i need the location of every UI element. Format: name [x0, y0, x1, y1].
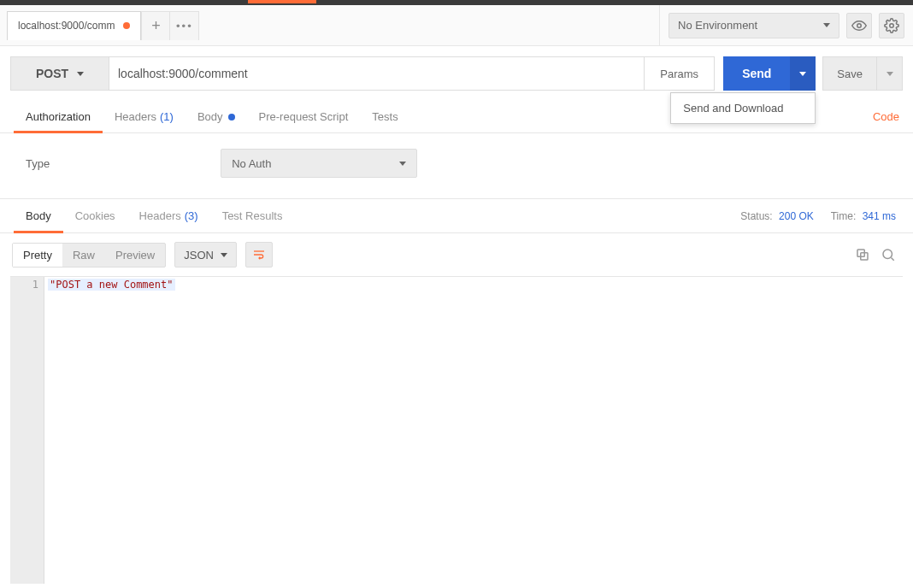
- environment-select[interactable]: No Environment: [669, 13, 839, 38]
- copy-icon: [855, 247, 870, 262]
- chevron-down-icon: [399, 162, 406, 166]
- send-dropdown: Send and Download: [670, 92, 816, 124]
- top-row: localhost:9000/comm + ••• No Environment: [0, 5, 913, 46]
- response-right-icons: [855, 247, 896, 262]
- status-block: Status: 200 OK: [740, 210, 813, 222]
- view-mode-group: Pretty Raw Preview: [12, 243, 166, 268]
- gear-icon: [884, 18, 899, 33]
- code-line: "POST a new Comment": [48, 279, 175, 291]
- settings-button[interactable]: [879, 13, 904, 38]
- auth-type-label: Type: [26, 157, 50, 170]
- tab-test-results[interactable]: Test Results: [210, 199, 295, 232]
- svg-line-6: [891, 257, 893, 260]
- format-select[interactable]: JSON: [174, 242, 237, 268]
- tab-response-body[interactable]: Body: [14, 199, 63, 232]
- save-label: Save: [837, 68, 863, 80]
- response-tabs: Body Cookies Headers (3) Test Results St…: [0, 199, 913, 233]
- send-and-download-label: Send and Download: [683, 102, 783, 115]
- unsaved-indicator-icon: [123, 22, 130, 29]
- body-indicator-icon: [228, 114, 235, 121]
- svg-point-0: [857, 23, 862, 27]
- tab-test-results-label: Test Results: [222, 209, 283, 222]
- tab-authorization[interactable]: Authorization: [14, 101, 103, 132]
- tab-tests-label: Tests: [372, 110, 398, 123]
- params-button[interactable]: Params: [645, 56, 715, 91]
- save-button[interactable]: Save: [822, 56, 877, 91]
- view-preview[interactable]: Preview: [105, 244, 165, 267]
- tab-response-headers-label: Headers: [139, 209, 181, 222]
- tab-headers-count: (1): [160, 110, 174, 123]
- response-toolbar: Pretty Raw Preview JSON: [0, 233, 913, 276]
- tab-authorization-label: Authorization: [26, 110, 91, 123]
- params-label: Params: [660, 68, 698, 80]
- editor-code-area[interactable]: "POST a new Comment": [44, 277, 903, 584]
- tab-tests[interactable]: Tests: [360, 101, 409, 132]
- eye-icon: [851, 18, 867, 33]
- status-label: Status:: [740, 210, 772, 222]
- svg-point-5: [883, 250, 892, 259]
- chevron-down-icon: [799, 72, 806, 76]
- chevron-down-icon: [823, 23, 830, 27]
- method-select[interactable]: POST: [10, 56, 109, 91]
- view-raw-label: Raw: [73, 249, 95, 262]
- view-raw[interactable]: Raw: [62, 244, 105, 267]
- chevron-down-icon: [886, 72, 893, 76]
- code-link[interactable]: Code: [873, 110, 899, 123]
- tab-body-label: Body: [197, 110, 223, 123]
- time-label: Time:: [831, 210, 857, 222]
- auth-type-selected: No Auth: [232, 157, 271, 170]
- title-bar: [0, 0, 913, 5]
- format-label: JSON: [184, 249, 214, 262]
- quick-look-button[interactable]: [846, 13, 872, 38]
- send-label: Send: [742, 67, 771, 80]
- send-and-download-item[interactable]: Send and Download: [671, 93, 815, 123]
- environment-selected: No Environment: [678, 19, 757, 32]
- tabs-area: localhost:9000/comm + •••: [0, 5, 659, 45]
- tab-options-button[interactable]: •••: [170, 11, 199, 40]
- tab-body[interactable]: Body: [186, 101, 247, 132]
- new-tab-button[interactable]: +: [141, 11, 170, 40]
- svg-point-1: [890, 23, 894, 27]
- view-pretty[interactable]: Pretty: [13, 244, 62, 267]
- time-block: Time: 341 ms: [831, 210, 896, 222]
- response-editor: 1 "POST a new Comment": [10, 276, 903, 584]
- line-number: 1: [10, 279, 38, 291]
- request-tab[interactable]: localhost:9000/comm: [7, 11, 141, 40]
- plus-icon: +: [151, 18, 161, 33]
- tab-headers-label: Headers: [115, 110, 156, 123]
- search-button[interactable]: [881, 247, 896, 262]
- chevron-down-icon: [77, 72, 84, 76]
- copy-button[interactable]: [855, 247, 870, 262]
- tab-response-headers-count: (3): [185, 209, 198, 222]
- request-builder: POST Params Send Send and Download Save: [0, 46, 913, 101]
- auth-type-select[interactable]: No Auth: [221, 149, 417, 178]
- tab-response-headers[interactable]: Headers (3): [127, 199, 210, 232]
- search-icon: [881, 247, 896, 262]
- environment-area: No Environment: [659, 5, 913, 45]
- tab-prerequest[interactable]: Pre-request Script: [247, 101, 361, 132]
- view-preview-label: Preview: [115, 249, 155, 262]
- view-pretty-label: Pretty: [23, 249, 52, 262]
- tab-prerequest-label: Pre-request Script: [259, 110, 349, 123]
- chevron-down-icon: [221, 253, 227, 257]
- tab-headers[interactable]: Headers (1): [103, 101, 186, 132]
- save-options-button[interactable]: [877, 56, 903, 91]
- tab-response-body-label: Body: [26, 209, 51, 222]
- wrap-icon: [252, 248, 266, 262]
- url-input[interactable]: [109, 56, 645, 91]
- status-value: 200 OK: [779, 210, 814, 222]
- accent-bar: [248, 0, 316, 3]
- send-button[interactable]: Send: [723, 56, 790, 91]
- wrap-button[interactable]: [245, 242, 273, 268]
- authorization-panel: Type No Auth: [0, 133, 913, 199]
- more-icon: •••: [176, 20, 193, 32]
- status-area: Status: 200 OK Time: 341 ms: [740, 210, 896, 222]
- tab-response-cookies[interactable]: Cookies: [63, 199, 127, 232]
- request-tab-label: localhost:9000/comm: [18, 20, 115, 32]
- send-options-button[interactable]: Send and Download: [790, 56, 816, 91]
- time-value: 341 ms: [863, 210, 896, 222]
- tab-response-cookies-label: Cookies: [75, 209, 115, 222]
- editor-gutter: 1: [10, 277, 44, 584]
- method-label: POST: [36, 67, 68, 80]
